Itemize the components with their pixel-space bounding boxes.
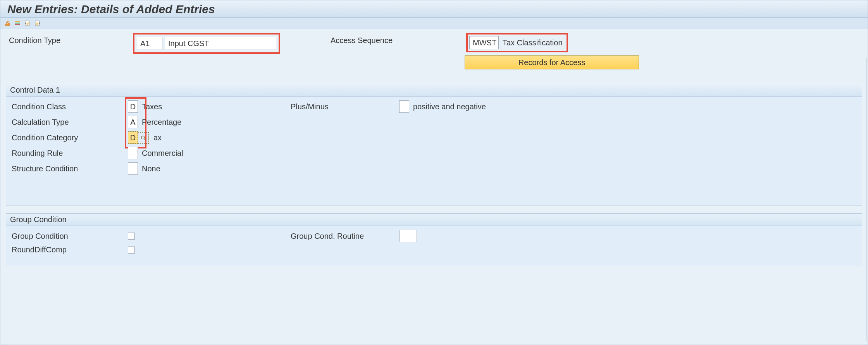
- svg-line-6: [144, 139, 146, 140]
- access-sequence-group: MWST Tax Classification: [466, 33, 568, 52]
- rounding-rule-label: Rounding Rule: [12, 149, 128, 158]
- condition-class-desc: Taxes: [142, 102, 162, 111]
- toolbar: [0, 18, 868, 29]
- control-data-1-section: Control Data 1 Condition Class D Taxes P…: [6, 84, 862, 205]
- condition-class-code-input[interactable]: D: [128, 100, 138, 113]
- f4-search-help-icon[interactable]: [138, 132, 149, 144]
- condition-type-label: Condition Type: [9, 36, 125, 45]
- structure-condition-code-input[interactable]: [128, 162, 138, 175]
- calculation-type-label: Calculation Type: [12, 118, 128, 127]
- condition-type-desc-input[interactable]: Input CGST: [165, 37, 276, 50]
- svg-rect-1: [15, 23, 20, 24]
- round-diff-comp-label: RoundDiffComp: [12, 245, 128, 254]
- condition-category-label: Condition Category: [12, 133, 128, 142]
- plus-minus-label: Plus/Minus: [291, 102, 399, 111]
- group-cond-routine-input[interactable]: [399, 230, 417, 242]
- calculation-type-code-input[interactable]: A: [128, 116, 138, 128]
- control-data-1-header: Control Data 1: [6, 84, 862, 97]
- access-sequence-desc: Tax Classification: [500, 36, 565, 49]
- delimit-icon[interactable]: [14, 19, 21, 27]
- page-title: New Entries: Details of Added Entries: [0, 0, 868, 18]
- access-sequence-label: Access Sequence: [315, 36, 458, 45]
- toggle-edit-icon[interactable]: [3, 19, 11, 27]
- access-sequence-code-input[interactable]: MWST: [469, 36, 499, 49]
- svg-rect-2: [15, 24, 20, 25]
- condition-class-label: Condition Class: [12, 102, 128, 111]
- calculation-type-desc: Percentage: [142, 118, 181, 127]
- next-entry-icon[interactable]: [34, 19, 41, 27]
- condition-type-group: A1 Input CGST: [133, 33, 280, 54]
- group-condition-label: Group Condition: [12, 232, 128, 241]
- svg-rect-0: [15, 21, 20, 22]
- structure-condition-label: Structure Condition: [12, 164, 128, 173]
- group-condition-header: Group Condition: [6, 214, 862, 226]
- svg-point-5: [141, 136, 145, 139]
- plus-minus-desc: positive and negative: [413, 102, 486, 111]
- plus-minus-code-input[interactable]: [399, 100, 409, 113]
- group-condition-section: Group Condition Group Condition Group Co…: [6, 213, 862, 266]
- rounding-rule-desc: Commercial: [142, 149, 183, 158]
- structure-condition-desc: None: [142, 164, 160, 173]
- condition-type-code-input[interactable]: A1: [137, 37, 162, 50]
- condition-category-desc: ax: [153, 133, 162, 142]
- rounding-rule-code-input[interactable]: [128, 147, 138, 159]
- right-separator: [866, 58, 866, 341]
- round-diff-comp-checkbox[interactable]: [128, 247, 135, 254]
- condition-category-code-input[interactable]: D: [128, 131, 138, 144]
- previous-entry-icon[interactable]: [24, 19, 31, 27]
- header-area: Condition Type A1 Input CGST Access Sequ…: [0, 29, 868, 79]
- group-condition-checkbox[interactable]: [128, 233, 135, 240]
- records-for-access-button[interactable]: Records for Access: [465, 55, 639, 69]
- group-cond-routine-label: Group Cond. Routine: [291, 232, 399, 241]
